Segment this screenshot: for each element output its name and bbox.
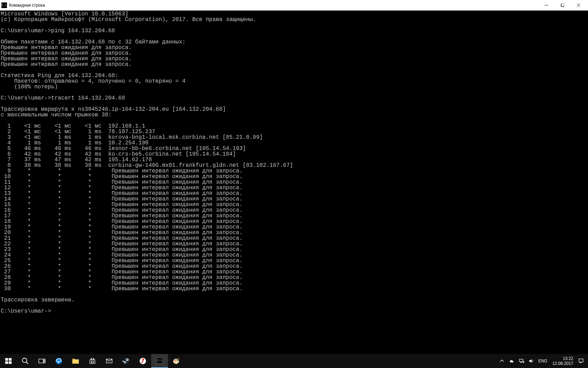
search-button[interactable] (17, 354, 34, 368)
cmd-taskbar-icon[interactable]: C:\ (151, 354, 168, 368)
store-icon[interactable] (84, 354, 101, 368)
svg-rect-7 (5, 361, 8, 364)
svg-rect-20 (93, 362, 94, 363)
svg-point-9 (22, 358, 27, 363)
tray-clock[interactable]: 13:22 12.08.2017 (550, 356, 576, 366)
start-button[interactable] (0, 354, 17, 368)
tray-volume-icon[interactable] (526, 354, 536, 368)
svg-rect-37 (579, 359, 583, 362)
paint-icon[interactable] (168, 354, 185, 368)
tray-network-icon[interactable] (517, 354, 526, 368)
svg-rect-17 (91, 361, 92, 362)
yandex-icon[interactable] (134, 354, 151, 368)
svg-rect-2 (561, 4, 564, 6)
tray-onedrive-icon[interactable] (507, 354, 517, 368)
svg-rect-19 (91, 362, 92, 363)
terminal-output[interactable]: Microsoft Windows [Version 10.0.15063] (… (0, 11, 588, 354)
svg-rect-18 (93, 361, 94, 362)
svg-point-24 (127, 359, 128, 360)
task-view-button[interactable] (34, 354, 50, 368)
clock-time: 13:22 (563, 356, 573, 361)
svg-line-10 (26, 362, 28, 364)
svg-rect-12 (44, 359, 46, 361)
tray-chevron-icon[interactable] (497, 354, 507, 368)
svg-point-30 (174, 360, 175, 361)
svg-point-33 (175, 361, 176, 362)
minimize-button[interactable] (538, 0, 554, 11)
language-label: ENG (538, 359, 547, 363)
window-title: Командная строка (9, 3, 538, 8)
tray-notifications-icon[interactable] (576, 354, 586, 368)
cmd-icon: C:\ (1, 2, 7, 8)
svg-rect-11 (39, 359, 43, 363)
svg-rect-16 (72, 360, 79, 363)
show-desktop-button[interactable] (586, 354, 588, 368)
tray-language[interactable]: ENG (536, 354, 550, 368)
taskbar[interactable]: C:\ ENG 13:22 12.08.201 (0, 354, 588, 368)
edge-icon[interactable] (50, 354, 67, 368)
svg-rect-8 (9, 361, 12, 364)
svg-rect-35 (519, 359, 523, 362)
svg-rect-13 (44, 361, 46, 363)
svg-text:C:\: C:\ (158, 359, 162, 362)
svg-rect-36 (520, 362, 522, 362)
maximize-button[interactable] (554, 0, 570, 11)
clock-date: 12.08.2017 (552, 361, 573, 366)
svg-point-22 (122, 357, 130, 364)
close-button[interactable] (570, 0, 587, 11)
steam-icon[interactable] (118, 354, 134, 368)
svg-rect-5 (5, 358, 8, 361)
file-explorer-icon[interactable] (67, 354, 84, 368)
svg-point-31 (176, 359, 177, 360)
mail-icon[interactable] (101, 354, 118, 368)
svg-rect-6 (9, 358, 12, 361)
titlebar[interactable]: C:\ Командная строка (0, 0, 588, 11)
